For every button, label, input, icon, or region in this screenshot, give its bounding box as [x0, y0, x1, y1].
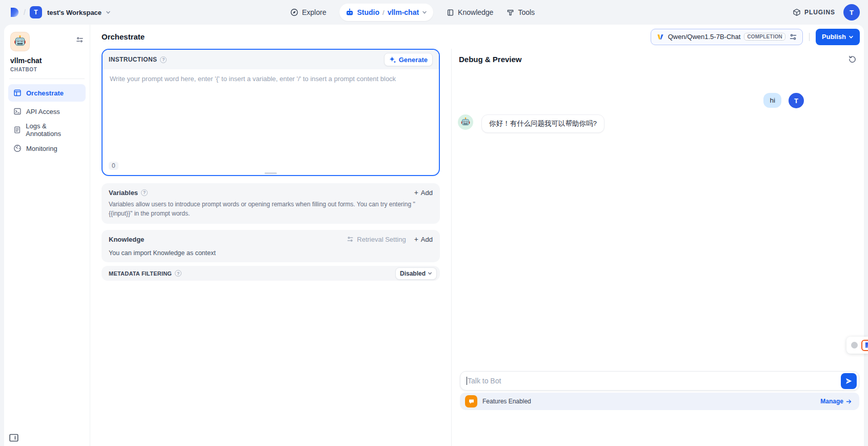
book-icon — [447, 9, 454, 16]
user-avatar[interactable]: T — [843, 4, 860, 21]
plugins-button[interactable]: PLUGINS — [793, 8, 835, 16]
debug-preview-pane: Debug & Preview hi T 你好！有什么问题我可以帮助你吗? — [451, 49, 864, 446]
knowledge-header: Knowledge Retrieval Setting + Add — [102, 230, 440, 243]
app-settings-icon[interactable] — [76, 36, 84, 44]
add-label: Add — [421, 236, 433, 243]
chevron-down-icon[interactable] — [422, 10, 427, 15]
model-name: Qwen/Qwen1.5-7B-Chat — [668, 33, 741, 41]
send-button[interactable] — [841, 373, 857, 389]
chat-message-bot: 你好！有什么问题我可以帮助你吗? — [458, 114, 804, 133]
plus-icon: + — [414, 235, 418, 243]
plugins-label: PLUGINS — [804, 9, 835, 16]
metadata-filtering-dropdown[interactable]: Disabled — [395, 267, 437, 280]
nav-explore[interactable]: Explore — [290, 8, 326, 16]
nav-knowledge[interactable]: Knowledge — [447, 8, 493, 16]
content-column: Orchestrate Qwen/Qwen1.5-7B-Chat COMPLET… — [90, 25, 864, 446]
model-selector[interactable]: Qwen/Qwen1.5-7B-Chat COMPLETION — [651, 29, 803, 45]
breadcrumb-separator: / — [24, 8, 26, 16]
chat-input[interactable] — [467, 377, 841, 385]
metadata-value: Disabled — [400, 270, 426, 277]
orchestrate-pane: INSTRUCTIONS ? Generate Write your promp… — [90, 49, 451, 446]
nav-studio-label: Studio — [357, 8, 379, 16]
nav-tools[interactable]: Tools — [507, 8, 535, 16]
sidebar-item-label: Monitoring — [26, 145, 57, 152]
user-message-bubble: hi — [763, 93, 781, 108]
add-label: Add — [421, 189, 433, 197]
variables-title: Variables — [109, 189, 138, 197]
chat-input-container — [460, 371, 859, 391]
workspace-avatar[interactable]: T — [30, 6, 42, 18]
publish-label: Publish — [822, 33, 846, 41]
resize-handle[interactable] — [265, 172, 277, 174]
features-enabled-label: Features Enabled — [482, 398, 531, 405]
nav-studio-current-app[interactable]: Studio / vllm-chat — [339, 4, 433, 21]
explore-icon — [290, 8, 298, 16]
help-icon[interactable]: ? — [141, 189, 148, 196]
manage-features-link[interactable]: Manage — [820, 398, 852, 405]
generate-button[interactable]: Generate — [384, 53, 433, 66]
manage-label: Manage — [820, 398, 843, 405]
workspace-name[interactable]: test's Workspace — [47, 9, 102, 16]
header-right: PLUGINS T — [793, 4, 860, 21]
sidebar-item-api-access[interactable]: API Access — [8, 103, 86, 120]
user-chat-avatar: T — [789, 93, 804, 108]
chat-footer: Features Enabled Manage — [460, 371, 859, 410]
bot-chat-avatar — [458, 114, 473, 130]
sidebar-item-logs-annotations[interactable]: Logs & Annotations — [8, 121, 86, 139]
debug-header: Debug & Preview — [452, 49, 864, 64]
app-sidebar: vllm-chat CHATBOT Orchestrate API Access… — [4, 25, 90, 446]
chat-message-user: hi T — [458, 93, 804, 108]
model-parameters-icon[interactable] — [789, 33, 797, 41]
features-bar: Features Enabled Manage — [460, 393, 859, 410]
bot-message-bubble: 你好！有什么问题我可以帮助你吗? — [481, 114, 604, 133]
help-icon[interactable]: ? — [175, 270, 181, 277]
instructions-panel: INSTRUCTIONS ? Generate Write your promp… — [102, 49, 440, 176]
knowledge-panel: Knowledge Retrieval Setting + Add — [102, 230, 440, 262]
drag-dot-icon — [851, 342, 858, 348]
sidebar-item-monitoring[interactable]: Monitoring — [8, 140, 86, 157]
sidebar-item-orchestrate[interactable]: Orchestrate — [8, 84, 86, 102]
plus-icon: + — [414, 188, 418, 197]
knowledge-description: You can import Knowledge as context — [102, 243, 440, 257]
variables-header: Variables ? + Add — [102, 183, 440, 197]
collapse-sidebar-icon[interactable] — [9, 434, 18, 442]
app-name: vllm-chat — [10, 56, 86, 65]
publish-button[interactable]: Publish — [816, 29, 860, 45]
vllm-logo-icon — [656, 33, 664, 41]
add-variable-button[interactable]: + Add — [414, 188, 433, 197]
split-panes: INSTRUCTIONS ? Generate Write your promp… — [90, 49, 864, 446]
knowledge-title: Knowledge — [109, 236, 144, 243]
sidebar-nav: Orchestrate API Access Logs & Annotation… — [8, 84, 86, 157]
retrieval-setting-label: Retrieval Setting — [357, 236, 406, 243]
add-knowledge-button[interactable]: + Add — [414, 235, 433, 243]
top-navigation-bar: / T test's Workspace Explore Studio / vl… — [0, 0, 868, 25]
workspace-area: / T test's Workspace — [8, 6, 111, 18]
package-icon — [793, 8, 801, 16]
metadata-title: METADATA FILTERING — [109, 270, 172, 277]
floating-extension-widget[interactable] — [846, 337, 868, 354]
page-title: Orchestrate — [102, 32, 145, 41]
help-icon[interactable]: ? — [160, 56, 167, 63]
current-app-name: vllm-chat — [388, 8, 419, 16]
nav-tools-label: Tools — [518, 8, 535, 16]
app-avatar[interactable] — [10, 32, 30, 51]
chevron-down-icon[interactable] — [106, 10, 111, 15]
app-workspace-card: vllm-chat CHATBOT Orchestrate API Access… — [4, 25, 864, 446]
sidebar-divider — [9, 79, 85, 79]
dify-extension-icon[interactable] — [861, 340, 868, 351]
debug-title: Debug & Preview — [459, 55, 522, 64]
app-toolbar: Orchestrate Qwen/Qwen1.5-7B-Chat COMPLET… — [90, 25, 864, 49]
hammer-icon — [507, 9, 514, 16]
dify-logo — [8, 7, 19, 18]
generate-label: Generate — [399, 56, 428, 64]
pill-separator: / — [382, 9, 385, 16]
char-count-badge: 0 — [109, 162, 118, 170]
sidebar-item-label: Logs & Annotations — [26, 122, 80, 138]
prompt-editor[interactable]: Write your prompt word here, enter '{' t… — [103, 69, 439, 175]
retrieval-setting-button[interactable]: Retrieval Setting — [347, 236, 406, 243]
metadata-filtering-row: METADATA FILTERING ? Disabled — [102, 266, 440, 281]
sidebar-item-label: API Access — [26, 108, 60, 115]
robot-icon — [346, 8, 354, 16]
instructions-title: INSTRUCTIONS — [109, 56, 157, 63]
restart-conversation-icon[interactable] — [848, 55, 857, 64]
